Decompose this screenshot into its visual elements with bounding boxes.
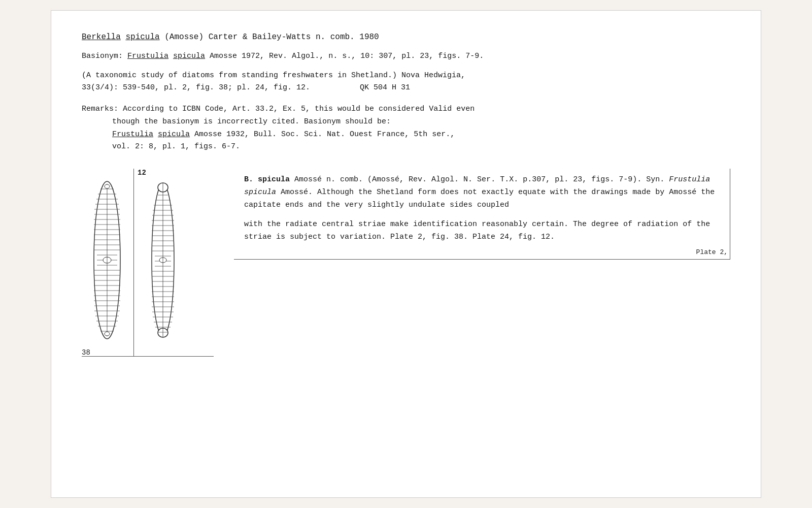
basionym-genus: Frustulia xyxy=(127,52,168,60)
remarks-line3-rest: Amosse 1932, Bull. Soc. Sci. Nat. Ouest … xyxy=(194,130,455,139)
right-text-3: with the radiate central striae make ide… xyxy=(244,220,710,241)
right-para1: B. spicula Amossé n. comb. (Amossé, Rev.… xyxy=(244,174,720,211)
basionym-line: Basionym: Frustulia spicula Amosse 1972,… xyxy=(82,50,730,62)
remarks-line2: though the basionym is incorrectly cited… xyxy=(82,116,730,129)
divider-line xyxy=(133,169,134,357)
illustrations-container: 38 12 xyxy=(82,169,214,357)
corner-plate-label: Plate 2, xyxy=(696,247,728,258)
title-spicula: spicula xyxy=(125,33,159,42)
fig38-label: 38 xyxy=(82,348,90,357)
svg-point-32 xyxy=(105,184,110,188)
remarks-species: spicula xyxy=(158,130,190,139)
remarks-label: Remarks: xyxy=(82,105,118,113)
title-rest: (Amosse) Carter & Bailey-Watts n. comb. … xyxy=(164,33,379,42)
taxonomy-block: (A taxonomic study of diatoms from stand… xyxy=(82,70,730,94)
qk-code: QK 504 H 31 xyxy=(360,83,410,92)
remarks-block: Remarks: According to ICBN Code, Art. 33… xyxy=(82,103,730,153)
basionym-rest: Amosse 1972, Rev. Algol., n. s., 10: 307… xyxy=(210,52,484,60)
taxonomy-line2: 33(3/4): 539-540, pl. 2, fig. 38; pl. 24… xyxy=(82,82,730,94)
bottom-section: 38 12 xyxy=(82,169,730,357)
remarks-genus: Frustulia xyxy=(112,130,153,139)
taxonomy-text: (A taxonomic study of diatoms from stand… xyxy=(82,70,730,94)
remarks-line3: Frustulia spicula Amosse 1932, Bull. Soc… xyxy=(82,129,730,141)
title-berkella: Berkella xyxy=(82,33,121,42)
svg-point-33 xyxy=(105,332,110,336)
page: Berkella spicula (Amosse) Carter & Baile… xyxy=(51,10,761,498)
right-text-1: Amossé n. comb. (Amossé, Rev. Algol. N. … xyxy=(294,175,669,184)
remarks-line4: vol. 2: 8, pl. 1, figs. 6-7. xyxy=(82,141,730,153)
bottom-line xyxy=(82,356,214,357)
diatom-figure-12 xyxy=(140,174,186,346)
right-bold-spicula: spicula xyxy=(258,175,290,184)
right-text-2: Amossé. Although the Shetland form does … xyxy=(244,188,715,209)
title-line: Berkella spicula (Amosse) Carter & Baile… xyxy=(82,31,730,43)
basionym-species: spicula xyxy=(173,52,205,60)
remarks-line1: Remarks: According to ICBN Code, Art. 33… xyxy=(82,103,730,116)
right-bold-b: B. xyxy=(244,175,253,184)
taxonomy-line1: (A taxonomic study of diatoms from stand… xyxy=(82,70,730,82)
remarks-text1: According to ICBN Code, Art. 33.2, Ex. 5… xyxy=(123,105,475,113)
right-text-block: B. spicula Amossé n. comb. (Amossé, Rev.… xyxy=(234,169,730,260)
right-para2: with the radiate central striae make ide… xyxy=(244,218,720,244)
diatom-figure-38 xyxy=(84,174,130,346)
basionym-label: Basionym: xyxy=(82,52,123,60)
